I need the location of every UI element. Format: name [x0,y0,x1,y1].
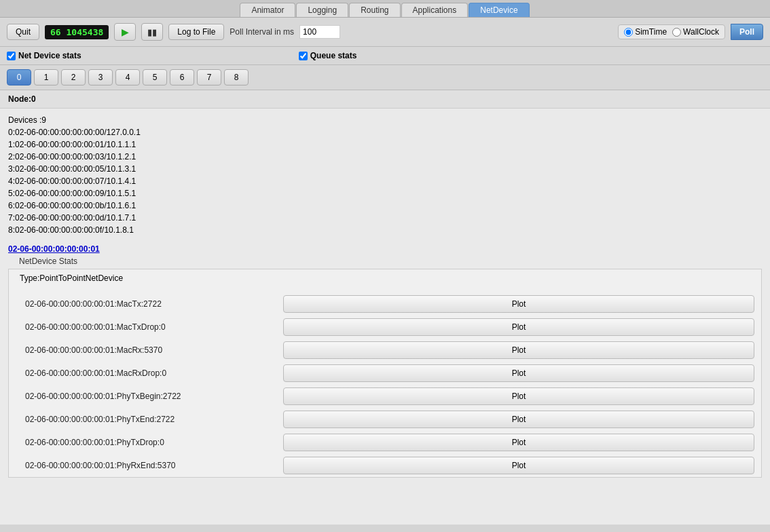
log-to-file-button[interactable]: Log to File [168,24,224,40]
plot-button-4[interactable]: Plot [283,387,754,405]
tab-logging[interactable]: Logging [296,3,348,17]
stat-label-5: 02-06-00:00:00:00:00:01:PhyTxEnd:2722 [25,415,283,424]
stat-label-2: 02-06-00:00:00:00:00:01:MacRx:5370 [25,345,283,355]
node-tab-3[interactable]: 3 [88,69,113,86]
scroll-area: Node:0 Devices :9 0:02-06-00:00:00:00:00… [0,90,770,525]
node-tab-5[interactable]: 5 [143,69,167,86]
selected-device-mac[interactable]: 02-06-00:00:00:00:00:01 [8,244,100,254]
simtime-option[interactable]: SimTime [624,27,667,37]
plot-button-7[interactable]: Plot [283,457,754,474]
poll-button[interactable]: Poll [731,24,763,40]
tab-netdevice[interactable]: NetDevice [469,3,529,17]
simtime-label: SimTime [635,27,667,37]
time-mode-group: SimTime WallClock [618,24,725,39]
plot-button-6[interactable]: Plot [283,434,754,451]
plot-button-3[interactable]: Plot [283,364,754,382]
stat-row-2: 02-06-00:00:00:00:00:01:MacRx:5370 Plot [25,339,761,362]
content-area: Devices :9 0:02-06-00:00:00:00:00:00/127… [0,109,770,483]
play-button[interactable]: ▶ [114,23,136,41]
stat-row-5: 02-06-00:00:00:00:00:01:PhyTxEnd:2722 Pl… [25,408,761,431]
simtime-radio[interactable] [624,28,633,37]
device-0: 0:02-06-00:00:00:00:00:00/127.0.0.1 [8,126,762,138]
inner-content: Type:PointToPointNetDevice 02-06-00:00:0… [8,269,762,478]
wallclock-option[interactable]: WallClock [672,27,719,37]
device-3: 3:02-06-00:00:00:00:00:05/10.1.3.1 [8,163,762,175]
netdevice-stats-header: NetDevice Stats [8,256,762,266]
device-6: 6:02-06-00:00:00:00:00:0b/10.1.6.1 [8,200,762,212]
plot-button-5[interactable]: Plot [283,411,754,428]
devices-count-label: Devices :9 [8,114,762,126]
device-type-label: Type:PointToPointNetDevice [9,269,761,287]
stat-row-0: 02-06-00:00:00:00:00:01:MacTx:2722 Plot [25,292,761,316]
node-tab-1[interactable]: 1 [34,69,58,86]
stat-row-7: 02-06-00:00:00:00:00:01:PhyRxEnd:5370 Pl… [25,454,761,477]
stats-bar: Net Device stats Queue stats [0,47,770,65]
wallclock-label: WallClock [683,27,719,37]
plot-button-2[interactable]: Plot [283,341,754,359]
node-tab-8[interactable]: 8 [224,69,249,86]
node-tab-4[interactable]: 4 [115,69,140,86]
device-4: 4:02-06-00:00:00:00:00:07/10.1.4.1 [8,175,762,187]
devices-section: Devices :9 0:02-06-00:00:00:00:00:00/127… [8,114,762,236]
stat-label-0: 02-06-00:00:00:00:00:01:MacTx:2722 [25,299,283,309]
wallclock-radio[interactable] [672,28,681,37]
stat-row-6: 02-06-00:00:00:00:00:01:PhyTxDrop:0 Plot [25,431,761,454]
device-2: 2:02-06-00:00:00:00:00:03/10.1.2.1 [8,151,762,163]
stat-label-4: 02-06-00:00:00:00:00:01:PhyTxBegin:2722 [25,392,283,401]
tab-applications[interactable]: Applications [401,3,469,17]
stat-label-6: 02-06-00:00:00:00:00:01:PhyTxDrop:0 [25,438,283,447]
toolbar: Quit 66 1045438 ▶ ▮▮ Log to File Poll In… [0,18,770,47]
net-device-stats-label[interactable]: Net Device stats [7,51,81,60]
device-7: 7:02-06-00:00:00:00:00:0d/10.1.7.1 [8,212,762,224]
counter-display: 66 1045438 [45,25,109,39]
tab-bar: Animator Logging Routing Applications Ne… [0,0,770,18]
tab-animator[interactable]: Animator [240,3,295,17]
net-device-stats-checkbox[interactable] [7,52,16,60]
plot-button-1[interactable]: Plot [283,318,754,336]
poll-interval-label: Poll Interval in ms [230,27,294,37]
device-1: 1:02-06-00:00:00:00:00:01/10.1.1.1 [8,138,762,151]
node-tabs: 0 1 2 3 4 5 6 7 8 [0,65,770,90]
stat-label-7: 02-06-00:00:00:00:00:01:PhyRxEnd:5370 [25,461,283,470]
pause-icon: ▮▮ [147,27,157,37]
device-5: 5:02-06-00:00:00:00:00:09/10.1.5.1 [8,187,762,200]
plot-button-0[interactable]: Plot [283,295,754,313]
queue-stats-label[interactable]: Queue stats [299,51,357,60]
pause-button[interactable]: ▮▮ [141,23,163,41]
stat-label-3: 02-06-00:00:00:00:00:01:MacRxDrop:0 [25,368,283,378]
tab-routing[interactable]: Routing [349,3,400,17]
node-tab-7[interactable]: 7 [197,69,221,86]
quit-button[interactable]: Quit [7,24,39,40]
poll-interval-input[interactable] [299,25,340,39]
node-tab-2[interactable]: 2 [61,69,86,86]
stat-row-1: 02-06-00:00:00:00:00:01:MacTxDrop:0 Plot [25,316,761,339]
node-tab-0[interactable]: 0 [7,69,31,86]
stat-row-3: 02-06-00:00:00:00:00:01:MacRxDrop:0 Plot [25,362,761,385]
node-tab-6[interactable]: 6 [170,69,194,86]
queue-stats-checkbox[interactable] [299,52,308,60]
node-header: Node:0 [0,90,770,109]
stat-label-1: 02-06-00:00:00:00:00:01:MacTxDrop:0 [25,322,283,332]
play-icon: ▶ [122,26,129,37]
device-8: 8:02-06-00:00:00:00:00:0f/10.1.8.1 [8,224,762,236]
stat-row-4: 02-06-00:00:00:00:00:01:PhyTxBegin:2722 … [25,385,761,408]
